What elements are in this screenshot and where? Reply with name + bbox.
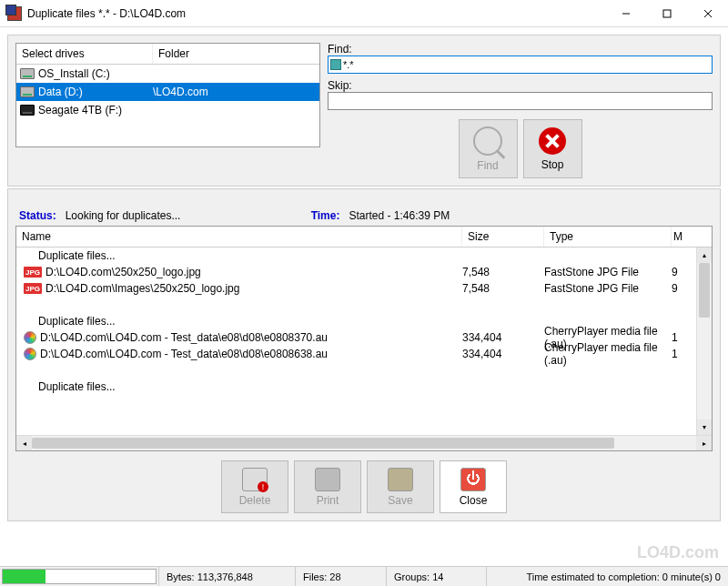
group-label: Duplicate files... bbox=[20, 315, 462, 328]
close-button[interactable]: Close bbox=[440, 460, 507, 513]
scroll-up-icon[interactable]: ▴ bbox=[697, 248, 712, 263]
media-icon bbox=[24, 331, 36, 344]
file-row[interactable]: D:\LO4D.com\LO4D.com - Test_data\e08\d08… bbox=[16, 346, 696, 362]
status-label: Status: bbox=[19, 209, 56, 222]
drive-row[interactable]: Seagate 4TB (F:) bbox=[16, 101, 319, 119]
time-label: Time: bbox=[311, 209, 340, 222]
app-icon bbox=[7, 6, 22, 21]
window-title: Duplicate files *.* - D:\LO4D.com bbox=[27, 7, 605, 20]
results-panel: Status: Looking for duplicates... Time: … bbox=[7, 188, 721, 521]
titlebar: Duplicate files *.* - D:\LO4D.com bbox=[0, 0, 728, 27]
drives-header-folder[interactable]: Folder bbox=[153, 44, 319, 64]
file-name: D:\LO4D.com\LO4D.com - Test_data\e08\d08… bbox=[40, 348, 328, 360]
scroll-right-icon[interactable]: ▸ bbox=[696, 436, 712, 450]
find-button-label: Find bbox=[477, 159, 498, 172]
file-m: 1 bbox=[672, 331, 688, 344]
find-button[interactable]: Find bbox=[459, 119, 518, 178]
drive-row[interactable]: Data (D:)\LO4D.com bbox=[16, 83, 319, 101]
vertical-scrollbar[interactable]: ▴ ▾ bbox=[696, 248, 712, 435]
results-header: Name Size Type M bbox=[16, 227, 712, 248]
scroll-down-icon[interactable]: ▾ bbox=[697, 419, 712, 435]
group-row: Duplicate files... bbox=[16, 379, 696, 395]
drive-row[interactable]: OS_Install (C:) bbox=[16, 65, 319, 83]
col-size[interactable]: Size bbox=[462, 227, 544, 247]
col-m[interactable]: M bbox=[672, 227, 688, 247]
file-name: D:\LO4D.com\250x250_logo.jpg bbox=[46, 266, 201, 278]
save-label: Save bbox=[388, 494, 412, 507]
delete-label: Delete bbox=[239, 494, 271, 507]
progress-cell bbox=[0, 567, 159, 586]
jpg-icon: JPG bbox=[24, 283, 42, 294]
drive-name: Data (D:) bbox=[38, 86, 83, 98]
stop-button[interactable]: Stop bbox=[523, 119, 582, 178]
horizontal-scrollbar[interactable]: ◂ ▸ bbox=[16, 435, 712, 450]
time-text: Started - 1:46:39 PM bbox=[349, 209, 450, 222]
file-size: 7,548 bbox=[462, 282, 544, 295]
file-m: 1 bbox=[672, 348, 688, 360]
progress-bar bbox=[2, 569, 157, 584]
svg-rect-1 bbox=[663, 10, 671, 17]
file-name: D:\LO4D.com\LO4D.com - Test_data\e08\d08… bbox=[40, 331, 328, 344]
save-button[interactable]: Save bbox=[367, 460, 434, 513]
file-type: CherryPlayer media file (.au) bbox=[544, 341, 672, 367]
find-label: Find: bbox=[328, 43, 713, 56]
file-type: FastStone JPG File bbox=[544, 266, 672, 278]
bytes-value: 113,376,848 bbox=[197, 571, 253, 582]
jpg-icon: JPG bbox=[24, 267, 42, 278]
drives-header-select[interactable]: Select drives bbox=[16, 44, 153, 64]
search-icon bbox=[473, 126, 502, 156]
file-m: 9 bbox=[672, 266, 688, 278]
scroll-thumb-h[interactable] bbox=[32, 438, 614, 449]
delete-button[interactable]: Delete bbox=[221, 460, 288, 513]
bottom-toolbar: Delete Print Save Close bbox=[15, 460, 713, 513]
files-value: 28 bbox=[329, 571, 340, 582]
col-type[interactable]: Type bbox=[544, 227, 672, 247]
print-button[interactable]: Print bbox=[294, 460, 361, 513]
printer-icon bbox=[315, 468, 340, 491]
file-row[interactable]: JPGD:\LO4D.com\Images\250x250_logo.jpg7,… bbox=[16, 280, 696, 297]
scroll-thumb[interactable] bbox=[699, 263, 710, 318]
file-row[interactable]: JPGD:\LO4D.com\250x250_logo.jpg7,548Fast… bbox=[16, 264, 696, 280]
power-icon bbox=[460, 468, 486, 491]
watermark: LO4D.com bbox=[637, 543, 719, 562]
delete-icon bbox=[242, 468, 268, 491]
spacer-row bbox=[16, 297, 696, 313]
find-input[interactable]: *.* bbox=[328, 56, 713, 74]
progress-fill bbox=[3, 570, 46, 583]
scroll-left-icon[interactable]: ◂ bbox=[16, 436, 32, 450]
skip-input[interactable] bbox=[328, 92, 713, 110]
print-label: Print bbox=[317, 494, 339, 507]
minimize-button[interactable] bbox=[605, 0, 646, 26]
group-label: Duplicate files... bbox=[20, 380, 462, 393]
drives-list[interactable]: Select drives Folder OS_Install (C:)Data… bbox=[15, 43, 320, 147]
file-size: 334,404 bbox=[462, 331, 544, 344]
drives-header: Select drives Folder bbox=[16, 44, 319, 65]
group-row: Duplicate files... bbox=[16, 248, 696, 264]
find-value: *.* bbox=[343, 59, 354, 70]
search-panel: Select drives Folder OS_Install (C:)Data… bbox=[7, 35, 721, 187]
search-fields: Find: *.* Skip: Find Stop bbox=[328, 43, 713, 178]
stop-button-label: Stop bbox=[541, 158, 564, 171]
close-window-button[interactable] bbox=[687, 0, 728, 26]
groups-label: Groups: bbox=[394, 571, 430, 582]
drive-name: Seagate 4TB (F:) bbox=[38, 104, 122, 116]
drive-icon bbox=[20, 105, 35, 116]
drive-icon bbox=[20, 86, 35, 97]
stop-icon bbox=[539, 127, 566, 155]
status-line: Status: Looking for duplicates... Time: … bbox=[15, 206, 713, 226]
skip-label: Skip: bbox=[328, 79, 713, 92]
maximize-button[interactable] bbox=[646, 0, 687, 26]
files-label: Files: bbox=[303, 571, 327, 582]
file-m: 9 bbox=[672, 282, 688, 295]
bytes-label: Bytes: bbox=[167, 571, 195, 582]
groups-value: 14 bbox=[432, 571, 443, 582]
file-size: 7,548 bbox=[462, 266, 544, 278]
drive-folder: \LO4D.com bbox=[153, 86, 316, 98]
statusbar: Bytes: 113,376,848 Files: 28 Groups: 14 … bbox=[0, 566, 728, 586]
results-list[interactable]: Name Size Type M Duplicate files...JPGD:… bbox=[15, 226, 713, 451]
drive-icon bbox=[20, 68, 35, 79]
col-name[interactable]: Name bbox=[16, 227, 462, 247]
group-label: Duplicate files... bbox=[20, 249, 462, 262]
close-label: Close bbox=[460, 494, 488, 507]
status-text: Looking for duplicates... bbox=[66, 209, 302, 222]
